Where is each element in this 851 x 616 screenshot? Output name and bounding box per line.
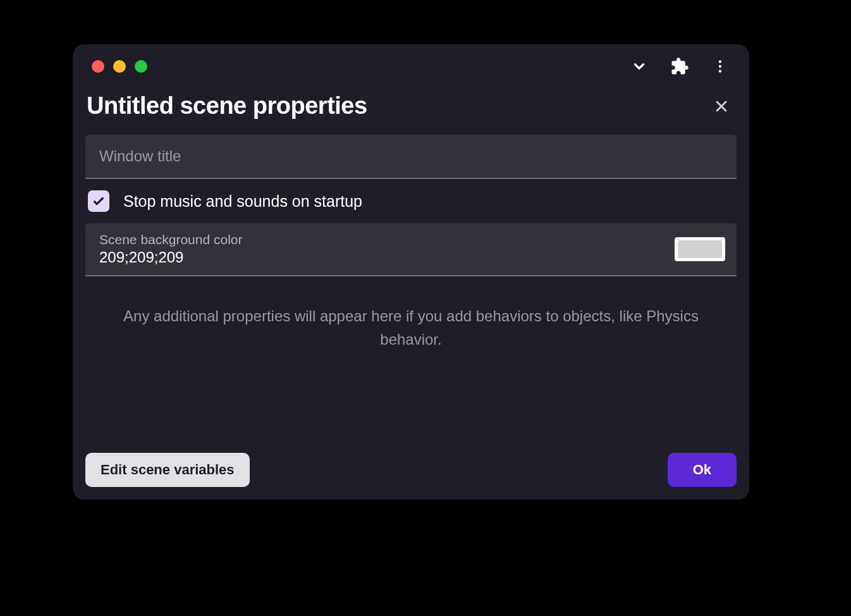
stop-music-row[interactable]: Stop music and sounds on startup: [85, 179, 737, 223]
stop-music-label: Stop music and sounds on startup: [123, 192, 362, 211]
dialog-content: Untitled scene properties Stop music and…: [73, 89, 749, 500]
svg-point-2: [719, 70, 721, 72]
more-vert-icon[interactable]: [710, 56, 730, 77]
dialog-header: Untitled scene properties: [85, 89, 737, 135]
extension-icon[interactable]: [670, 56, 690, 77]
window-title-field[interactable]: [85, 135, 737, 179]
additional-properties-hint: Any additional properties will appear he…: [85, 276, 737, 351]
traffic-lights: [92, 60, 147, 73]
background-color-value: 209;209;209: [99, 249, 242, 266]
background-color-field[interactable]: Scene background color 209;209;209: [85, 223, 737, 276]
edit-scene-variables-button[interactable]: Edit scene variables: [85, 453, 250, 487]
stop-music-checkbox[interactable]: [88, 190, 109, 212]
titlebar-actions: [629, 56, 737, 77]
dialog-title: Untitled scene properties: [87, 92, 367, 120]
ok-button[interactable]: Ok: [668, 453, 737, 487]
scene-properties-dialog: Untitled scene properties Stop music and…: [73, 44, 749, 500]
color-swatch[interactable]: [678, 240, 722, 258]
window-close-button[interactable]: [92, 60, 104, 73]
color-swatch-frame[interactable]: [675, 237, 725, 261]
chevron-down-icon[interactable]: [629, 56, 649, 77]
check-icon: [92, 194, 106, 208]
svg-point-0: [719, 60, 721, 63]
svg-point-1: [719, 65, 721, 68]
close-button[interactable]: [710, 95, 733, 118]
window-minimize-button[interactable]: [113, 60, 126, 73]
close-icon: [713, 97, 730, 115]
window-title-input[interactable]: [99, 147, 723, 165]
background-color-text: Scene background color 209;209;209: [99, 232, 242, 266]
dialog-footer: Edit scene variables Ok: [85, 440, 737, 487]
window-zoom-button[interactable]: [135, 60, 147, 73]
window-titlebar: [73, 44, 749, 89]
background-color-label: Scene background color: [99, 232, 242, 247]
